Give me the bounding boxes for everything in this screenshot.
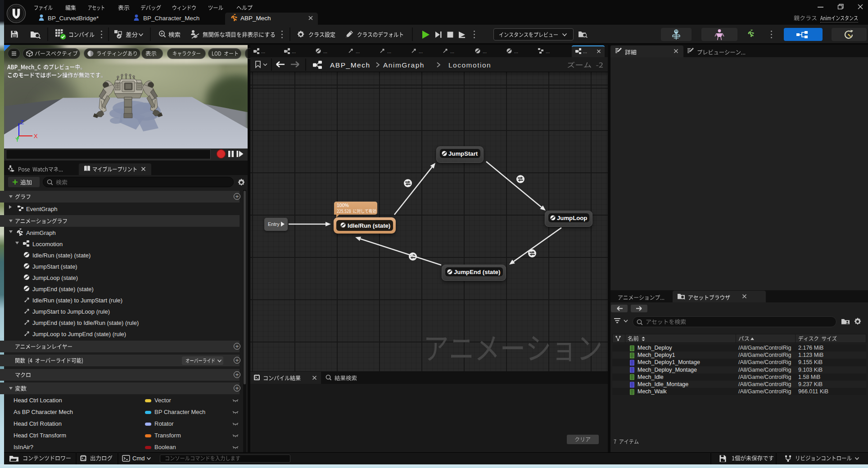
svg-text:Y: Y	[15, 136, 19, 143]
svg-text:X: X	[34, 133, 38, 140]
svg-text:Z: Z	[20, 119, 24, 126]
